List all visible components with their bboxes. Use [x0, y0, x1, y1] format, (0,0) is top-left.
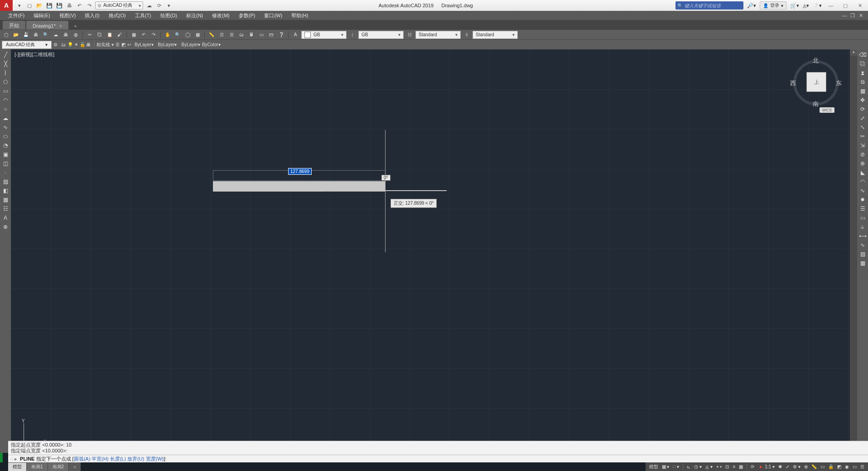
insert-icon[interactable]: ▣ — [1, 151, 10, 158]
color-combo[interactable]: ByLayer▾ — [135, 42, 154, 47]
compass-west[interactable]: 西 — [790, 79, 796, 87]
orbit-icon[interactable]: ◯ — [183, 31, 192, 39]
textstyle-icon[interactable]: A — [291, 31, 299, 39]
mirror-icon[interactable]: ⧗ — [858, 69, 867, 77]
open-icon[interactable]: 📂 — [35, 1, 43, 10]
print-icon[interactable]: 🖶 — [65, 1, 73, 10]
save-icon[interactable]: 💾 — [22, 31, 30, 39]
region-icon[interactable]: ▦ — [1, 196, 10, 203]
dimstyle-combo[interactable]: GB▾ — [358, 31, 404, 39]
rotate-icon[interactable]: ⟳ — [858, 106, 867, 113]
props-icon[interactable]: ☲ — [217, 31, 226, 39]
isolate-toggle[interactable]: ◩ — [837, 464, 841, 469]
tab-drawing1[interactable]: Drawing1*× — [26, 21, 68, 29]
menu-format[interactable]: 格式(O) — [104, 11, 130, 20]
window-minimize[interactable]: — — [825, 2, 836, 9]
menu-file[interactable]: 文件(F) — [4, 11, 29, 20]
paste-icon[interactable]: 📋 — [106, 31, 114, 39]
command-input[interactable]: ∴ ▸ PLINE 指定下一个点或 [圆弧(A) 半宽(H) 长度(L) 放弃(… — [8, 455, 868, 462]
tab-start[interactable]: 开始 — [3, 21, 25, 29]
copy-icon[interactable]: ⿻ — [858, 60, 867, 67]
canvas-vscroll[interactable]: ▴▾ — [850, 49, 857, 453]
units-toggle[interactable]: 📏 — [811, 464, 817, 469]
preview-icon[interactable]: 🔍 — [42, 31, 50, 39]
ann-autoscale[interactable]: ⤢ — [786, 464, 789, 469]
cycling-toggle[interactable]: ⟳ — [751, 464, 754, 469]
compass-south[interactable]: 南 — [813, 100, 819, 108]
qat-workspace-selector[interactable]: ⚙ AutoCAD 经典 ▾ — [95, 1, 143, 10]
new-icon[interactable]: ▢ — [2, 31, 10, 39]
lineweight-toggle[interactable]: ≡ — [733, 464, 735, 469]
offset-icon[interactable]: ⧉ — [858, 78, 867, 86]
menu-help[interactable]: 帮助(H) — [287, 11, 313, 20]
edit-array-icon[interactable]: ▦ — [858, 260, 867, 267]
status-model[interactable]: 模型 — [649, 464, 658, 470]
revcloud-icon[interactable]: ☁ — [1, 115, 10, 122]
arc-icon[interactable]: ◠ — [1, 96, 10, 104]
help-icon[interactable]: ❔ — [277, 31, 285, 39]
compass-east[interactable]: 东 — [836, 79, 842, 87]
menu-view[interactable]: 视图(V) — [55, 11, 81, 20]
select-icon[interactable]: ▭ — [858, 214, 867, 221]
menu-tools[interactable]: 工具(T) — [130, 11, 156, 20]
edit-spline-icon[interactable]: ∿ — [858, 241, 867, 249]
stretch-icon[interactable]: ⤡ — [858, 124, 867, 131]
explode-icon[interactable]: ✹ — [858, 196, 867, 203]
break-icon[interactable]: ⊘ — [858, 151, 867, 158]
iso-toggle[interactable]: ◬ ▾ — [705, 464, 713, 469]
saveas-icon[interactable]: 💾 — [55, 1, 63, 10]
polyline-icon[interactable]: ⦚ — [1, 69, 10, 77]
wcs-badge[interactable]: WCS — [820, 107, 834, 113]
table-icon[interactable]: ☷ — [1, 205, 10, 212]
annotation-monitor[interactable]: ⊕ — [804, 464, 808, 469]
exchange-icon[interactable]: 🛒▾ — [790, 3, 799, 9]
dynamic-distance[interactable]: 127.8699 — [288, 168, 312, 175]
hardware-toggle[interactable]: ◉ — [845, 464, 849, 469]
ann-visibility[interactable]: ✱ — [778, 464, 782, 469]
compass-north[interactable]: 北 — [813, 57, 819, 65]
doc-close[interactable]: ✕ — [857, 13, 864, 19]
block-icon[interactable]: ◫ — [1, 160, 10, 167]
menu-dimension[interactable]: 标注(N) — [182, 11, 207, 20]
menu-drop-icon[interactable]: ▾ — [15, 1, 24, 10]
viewcube[interactable]: 北 南 西 东 上 — [791, 54, 841, 113]
layout-tab-model[interactable]: 模型 — [8, 463, 27, 471]
dyninput-toggle[interactable]: ⊡ — [725, 464, 729, 469]
share-icon[interactable]: ☁ — [145, 1, 153, 10]
edit-hatch-icon[interactable]: ▨ — [858, 250, 867, 258]
tablestyle-icon[interactable]: ☷ — [405, 31, 414, 39]
undo-icon[interactable]: ↶ — [75, 1, 83, 10]
layout-tab-layout1[interactable]: 布局1 — [27, 463, 48, 471]
gradient-icon[interactable]: ◧ — [1, 187, 10, 194]
viewcube-top[interactable]: 上 — [806, 72, 826, 92]
transparency-toggle[interactable]: ▦ — [739, 464, 743, 469]
mtext-icon[interactable]: A — [1, 214, 10, 221]
chamfer-icon[interactable]: ◣ — [858, 169, 867, 176]
drawing-canvas[interactable]: [-][俯视][二维线框] 127.8699 0° 正交: 127.8699 <… — [11, 49, 850, 453]
trim-icon[interactable]: ✂ — [858, 133, 867, 140]
new-icon[interactable]: ▢ — [25, 1, 34, 10]
calc-icon[interactable]: 🖩 — [247, 31, 256, 39]
workspace-combo[interactable]: AutoCAD 经典▾ — [2, 41, 52, 49]
quickprops-toggle[interactable]: ▭ — [820, 464, 825, 469]
circle-icon[interactable]: ○ — [1, 106, 10, 113]
layout-tab-add[interactable]: ＋ — [69, 463, 81, 471]
dc-icon[interactable]: 🗃 — [267, 31, 275, 39]
align-icon[interactable]: ⫝ — [858, 223, 867, 231]
menu-window[interactable]: 窗口(W) — [260, 11, 287, 20]
login-button[interactable]: 👤 登录 ▾ — [760, 1, 786, 10]
redo-icon[interactable]: ↷ — [149, 31, 158, 39]
ortho-toggle[interactable]: ⊾ — [687, 464, 690, 469]
scale-icon[interactable]: ⤢ — [858, 115, 867, 122]
polygon-icon[interactable]: ⬠ — [1, 78, 10, 86]
layout-tab-layout2[interactable]: 布局2 — [48, 463, 69, 471]
lineweight-combo[interactable]: ByLayer▾ — [178, 42, 200, 47]
command-options[interactable]: 圆弧(A) 半宽(H) 长度(L) 放弃(U) 宽度(W) — [74, 456, 164, 461]
menu-parametric[interactable]: 参数(P) — [234, 11, 260, 20]
cut-icon[interactable]: ✂ — [86, 31, 94, 39]
cleanscreen-toggle[interactable]: ▭ — [853, 464, 857, 469]
layer-state-icon[interactable]: ☰ — [116, 42, 120, 47]
block-icon[interactable]: ▦ — [130, 31, 138, 39]
cleanscreen-icon[interactable]: ▭ — [257, 31, 265, 39]
plot-icon[interactable]: 🖶 — [62, 31, 70, 39]
